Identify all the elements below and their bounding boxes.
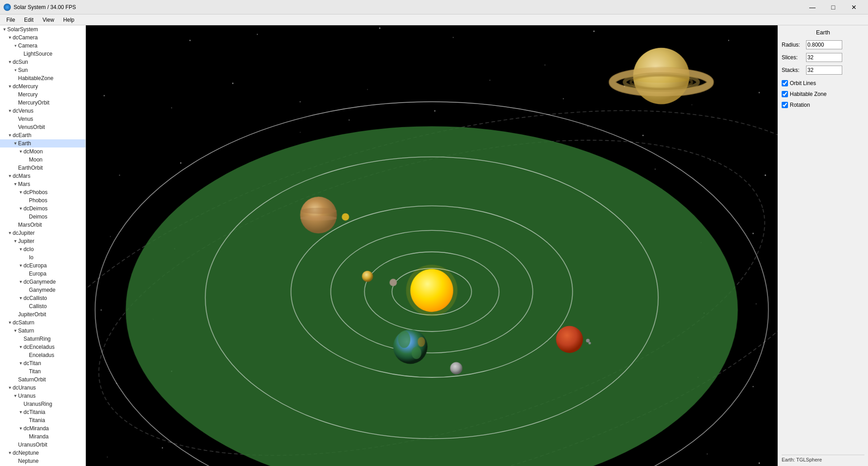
tree-item-titan[interactable]: Titan (0, 367, 85, 376)
tree-arrow-saturn[interactable]: ▼ (13, 328, 18, 333)
tree-arrow-dcenceladus[interactable]: ▼ (18, 345, 24, 349)
tree-item-sun[interactable]: ▾Sun (0, 66, 85, 74)
rotation-checkbox[interactable] (782, 102, 788, 108)
minimize-button[interactable]: — (802, 0, 823, 14)
tree-item-dctitania[interactable]: ▼dcTitania (0, 408, 85, 416)
viewport[interactable] (86, 25, 778, 466)
tree-item-mercuryorbit[interactable]: MercuryOrbit (0, 99, 85, 107)
tree-arrow-dcsaturn[interactable]: ▼ (7, 320, 13, 325)
orbit-lines-label[interactable]: Orbit Lines (790, 80, 816, 86)
tree-arrow-dcmiranda[interactable]: ▼ (18, 426, 24, 431)
rotation-label[interactable]: Rotation (790, 102, 810, 108)
tree-item-dcdeimos[interactable]: ▼dcDeimos (0, 204, 85, 213)
tree-item-dcphobos[interactable]: ▼dcPhobos (0, 188, 85, 196)
close-button[interactable]: ✕ (844, 0, 864, 14)
maximize-button[interactable]: □ (823, 0, 844, 14)
tree-item-dcsun[interactable]: ▼dcSun (0, 58, 85, 66)
tree-item-phobos[interactable]: Phobos (0, 196, 85, 204)
tree-item-earth[interactable]: ▼Earth (0, 139, 85, 147)
tree-item-jupiterorbit[interactable]: JupiterOrbit (0, 310, 85, 319)
tree-item-dcvenus[interactable]: ▼dcVenus (0, 107, 85, 115)
tree-item-venusorbit[interactable]: VenusOrbit (0, 123, 85, 131)
tree-arrow-camera[interactable]: ▾ (13, 43, 18, 48)
tree-item-venus[interactable]: Venus (0, 115, 85, 123)
menu-help[interactable]: Help (59, 14, 79, 25)
habitable-zone-checkbox[interactable] (782, 91, 788, 97)
tree-item-mars[interactable]: ▼Mars (0, 180, 85, 188)
tree-arrow-dcvenus[interactable]: ▼ (7, 109, 13, 113)
tree-item-lightsource[interactable]: LightSource (0, 50, 85, 58)
tree-arrow-dctitan[interactable]: ▼ (18, 361, 24, 366)
tree-item-dcmercury[interactable]: ▼dcMercury (0, 82, 85, 90)
tree-item-dcsaturn[interactable]: ▼dcSaturn (0, 319, 85, 327)
tree-item-moon[interactable]: Moon (0, 156, 85, 164)
tree-item-uranusring[interactable]: UranusRing (0, 400, 85, 408)
tree-item-titania[interactable]: Titania (0, 416, 85, 424)
tree-arrow-earth[interactable]: ▼ (13, 141, 18, 146)
tree-arrow-dcneptune[interactable]: ▼ (7, 451, 13, 455)
tree-item-saturn[interactable]: ▼Saturn (0, 327, 85, 335)
tree-item-dctitan[interactable]: ▼dcTitan (0, 359, 85, 367)
tree-item-solarsystem[interactable]: ▼SolarSystem (0, 25, 85, 33)
tree-arrow-dctitania[interactable]: ▼ (18, 410, 24, 414)
tree-item-dcneptune[interactable]: ▼dcNeptune (0, 449, 85, 457)
tree-item-ganymede[interactable]: Ganymede (0, 286, 85, 294)
tree-arrow-dcdeimos[interactable]: ▼ (18, 206, 24, 211)
tree-arrow-dcio[interactable]: ▼ (18, 247, 24, 252)
tree-item-dcmiranda[interactable]: ▼dcMiranda (0, 424, 85, 433)
tree-item-earthorbit[interactable]: EarthOrbit (0, 164, 85, 172)
tree-item-dccamera[interactable]: ▼dcCamera (0, 33, 85, 42)
tree-item-marsorbit[interactable]: MarsOrbit (0, 221, 85, 229)
menu-file[interactable]: File (2, 14, 19, 25)
tree-item-deimos[interactable]: Deimos (0, 213, 85, 221)
tree-arrow-dcuranus[interactable]: ▼ (7, 385, 13, 390)
tree-item-dcjupiter[interactable]: ▼dcJupiter (0, 229, 85, 237)
tree-item-mercury[interactable]: Mercury (0, 90, 85, 99)
tree-arrow-dcphobos[interactable]: ▼ (18, 190, 24, 195)
scene-tree-panel[interactable]: ▼SolarSystem▼dcCamera▾CameraLightSource▼… (0, 25, 86, 466)
orbit-lines-checkbox[interactable] (782, 80, 788, 86)
tree-item-dcearth[interactable]: ▼dcEarth (0, 131, 85, 139)
tree-item-dcenceladus[interactable]: ▼dcEnceladus (0, 343, 85, 351)
tree-arrow-solarsystem[interactable]: ▼ (2, 27, 7, 32)
tree-item-uranusorbit[interactable]: UranusOrbit (0, 441, 85, 449)
tree-item-dcio[interactable]: ▼dcIo (0, 245, 85, 253)
tree-item-dcmoon[interactable]: ▼dcMoon (0, 147, 85, 156)
tree-item-enceladus[interactable]: Enceladus (0, 351, 85, 359)
tree-arrow-dccallisto[interactable]: ▼ (18, 296, 24, 300)
tree-item-europa[interactable]: Europa (0, 270, 85, 278)
tree-arrow-jupiter[interactable]: ▼ (13, 239, 18, 243)
menu-edit[interactable]: Edit (19, 14, 38, 25)
tree-item-dcuranus[interactable]: ▼dcUranus (0, 384, 85, 392)
tree-arrow-dceuropa[interactable]: ▼ (18, 263, 24, 268)
menu-view[interactable]: View (38, 14, 59, 25)
habitable-zone-label[interactable]: Habitable Zone (790, 91, 826, 97)
tree-arrow-uranus[interactable]: ▼ (13, 394, 18, 398)
tree-arrow-dcmercury[interactable]: ▼ (7, 84, 13, 89)
tree-item-saturnring[interactable]: SaturnRing (0, 335, 85, 343)
slices-input[interactable] (806, 53, 842, 62)
tree-arrow-dcganymede[interactable]: ▼ (18, 280, 24, 284)
tree-item-io[interactable]: Io (0, 253, 85, 262)
tree-item-dcmars[interactable]: ▼dcMars (0, 172, 85, 180)
tree-item-dccallisto[interactable]: ▼dcCallisto (0, 294, 85, 302)
tree-arrow-dcearth[interactable]: ▼ (7, 133, 13, 138)
tree-arrow-dcmars[interactable]: ▼ (7, 174, 13, 178)
tree-arrow-mars[interactable]: ▼ (13, 182, 18, 186)
radius-input[interactable] (806, 40, 842, 49)
tree-arrow-sun[interactable]: ▾ (13, 68, 18, 72)
tree-item-camera[interactable]: ▾Camera (0, 42, 85, 50)
tree-item-jupiter[interactable]: ▼Jupiter (0, 237, 85, 245)
stacks-input[interactable] (806, 66, 842, 75)
tree-item-saturnorbit[interactable]: SaturnOrbit (0, 376, 85, 384)
tree-arrow-dcmoon[interactable]: ▼ (18, 149, 24, 154)
tree-item-callisto[interactable]: Callisto (0, 302, 85, 310)
tree-arrow-dcjupiter[interactable]: ▼ (7, 231, 13, 235)
tree-arrow-dcsun[interactable]: ▼ (7, 60, 13, 64)
tree-item-uranus[interactable]: ▼Uranus (0, 392, 85, 400)
tree-arrow-dccamera[interactable]: ▼ (7, 35, 13, 40)
tree-item-neptune[interactable]: Neptune (0, 457, 85, 465)
tree-item-miranda[interactable]: Miranda (0, 433, 85, 441)
tree-item-dcganymede[interactable]: ▼dcGanymede (0, 278, 85, 286)
tree-item-dceuropa[interactable]: ▼dcEuropa (0, 262, 85, 270)
